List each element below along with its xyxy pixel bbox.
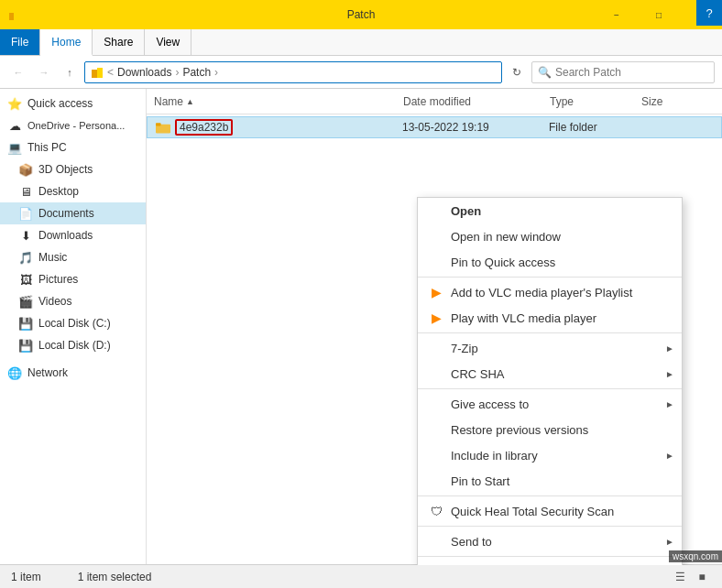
watermark: wsxqn.com [669,550,722,562]
vlc-play-icon: ▶ [429,310,443,325]
large-icons-view-button[interactable]: ■ [693,568,711,586]
onedrive-icon: ☁ [7,118,22,133]
tab-share[interactable]: Share [93,29,145,55]
sidebar-label-videos: Videos [38,295,71,308]
documents-icon: 📄 [18,206,33,221]
ctx-restore-versions[interactable]: Restore previous versions [418,417,682,442]
sidebar-item-downloads[interactable]: ⬇ Downloads [0,224,146,246]
tab-view[interactable]: View [145,29,191,55]
svg-rect-3 [97,68,103,78]
ctx-pin-start[interactable]: Pin to Start [418,468,682,494]
ctx-sep-6 [418,556,682,557]
sidebar-item-network[interactable]: 🌐 Network [0,362,146,384]
sidebar-item-desktop[interactable]: 🖥 Desktop [0,180,146,202]
sidebar-item-this-pc[interactable]: 💻 This PC [0,136,146,158]
ctx-send-to[interactable]: Send to ► [418,528,682,554]
desktop-icon: 🖥 [18,184,33,199]
ctx-vlc-play[interactable]: ▶ Play with VLC media player [418,305,682,331]
col-type[interactable]: Type [550,95,641,108]
table-row[interactable]: 4e9a232b 13-05-2022 19:19 File folder [147,116,722,138]
sidebar-item-local-disk-d[interactable]: 💾 Local Disk (D:) [0,334,146,356]
ctx-pin-quick-access[interactable]: Pin to Quick access [418,249,682,275]
ctx-crc-sha[interactable]: CRC SHA ► [418,361,682,387]
this-pc-icon: 💻 [7,140,22,155]
svg-rect-5 [156,123,161,125]
tab-file[interactable]: File [0,29,40,55]
videos-icon: 🎬 [18,294,33,309]
give-access-icon [429,397,443,411]
col-date[interactable]: Date modified [403,95,550,108]
3d-objects-icon: 📦 [18,162,33,177]
quickheal-icon: 🛡 [429,504,443,518]
ctx-include-library[interactable]: Include in library ► [418,442,682,468]
sidebar-item-quick-access[interactable]: ⭐ Quick access [0,93,146,114]
address-row: ← → ↑ < Downloads › Patch › ↻ 🔍 [0,56,722,89]
ctx-sep-3 [418,388,682,389]
open-new-window-icon [429,229,443,244]
ctx-give-access-label: Give access to [451,397,529,411]
up-button[interactable]: ↑ [59,61,81,83]
maximize-button[interactable]: □ [638,0,680,29]
ctx-give-access[interactable]: Give access to ► [418,391,682,417]
sidebar-label-desktop: Desktop [38,185,79,198]
content-area: Name ▲ Date modified Type Size [147,89,722,565]
ctx-restore-versions-label: Restore previous versions [451,423,588,437]
sidebar-label-network: Network [27,366,68,379]
send-to-arrow: ► [665,537,674,547]
open-icon [429,203,443,218]
give-access-arrow: ► [665,399,674,409]
ctx-cut[interactable]: Cut [418,559,682,565]
ctx-open-label: Open [451,204,481,218]
help-button[interactable]: ? [696,0,722,26]
ctx-include-library-label: Include in library [451,449,538,463]
col-name[interactable]: Name ▲ [154,95,403,108]
sidebar-item-onedrive[interactable]: ☁ OneDrive - Persona... [0,114,146,136]
search-box[interactable]: 🔍 [531,61,715,83]
details-view-button[interactable]: ☰ [671,568,689,586]
window-title: Patch [347,8,376,21]
cut-icon [429,564,443,565]
sidebar-label-this-pc: This PC [27,141,67,154]
ctx-quickheal[interactable]: 🛡 Quick Heal Total Security Scan [418,498,682,524]
ctx-send-to-label: Send to [451,535,492,549]
title-bar: Patch − □ ✕ [0,0,722,29]
ctx-7zip[interactable]: 7-Zip ► [418,335,682,361]
ctx-open-new-window[interactable]: Open in new window [418,223,682,249]
sidebar-item-documents[interactable]: 📄 Documents [0,202,146,224]
forward-button[interactable]: → [33,61,55,83]
sidebar: ⭐ Quick access ☁ OneDrive - Persona... 💻… [0,89,147,565]
pictures-icon: 🖼 [18,272,33,287]
col-size[interactable]: Size [641,95,715,108]
ctx-vlc-playlist[interactable]: ▶ Add to VLC media player's Playlist [418,279,682,305]
svg-rect-1 [15,9,20,20]
file-date: 13-05-2022 19:19 [402,121,549,134]
minimize-button[interactable]: − [596,0,638,29]
main-layout: ⭐ Quick access ☁ OneDrive - Persona... 💻… [0,89,722,565]
sidebar-item-music[interactable]: 🎵 Music [0,246,146,268]
crc-sha-icon [429,366,443,381]
status-item-count: 1 item [11,571,41,583]
ctx-pin-quick-access-label: Pin to Quick access [451,256,555,269]
file-name: 4e9a232b [175,121,402,134]
address-bar[interactable]: < Downloads › Patch › [84,61,502,83]
local-disk-d-icon: 💾 [18,338,33,353]
sidebar-item-local-disk-c[interactable]: 💾 Local Disk (C:) [0,312,146,334]
sidebar-item-3d-objects[interactable]: 📦 3D Objects [0,158,146,180]
vlc-playlist-icon: ▶ [429,285,443,299]
column-headers: Name ▲ Date modified Type Size [147,89,722,114]
file-list: 4e9a232b 13-05-2022 19:19 File folder [147,114,722,140]
ctx-7zip-label: 7-Zip [451,342,478,355]
refresh-button[interactable]: ↻ [506,61,528,83]
sidebar-item-pictures[interactable]: 🖼 Pictures [0,268,146,290]
sidebar-item-videos[interactable]: 🎬 Videos [0,290,146,312]
breadcrumb-patch: Patch [182,66,211,79]
sidebar-label-onedrive: OneDrive - Persona... [27,120,125,131]
tab-home[interactable]: Home [40,29,93,56]
sidebar-label-pictures: Pictures [38,273,78,286]
ctx-open[interactable]: Open [418,198,682,223]
back-button[interactable]: ← [7,61,29,83]
search-input[interactable] [555,66,708,79]
downloads-icon: ⬇ [18,228,33,243]
ctx-sep-1 [418,277,682,278]
sidebar-label-downloads: Downloads [38,229,93,242]
